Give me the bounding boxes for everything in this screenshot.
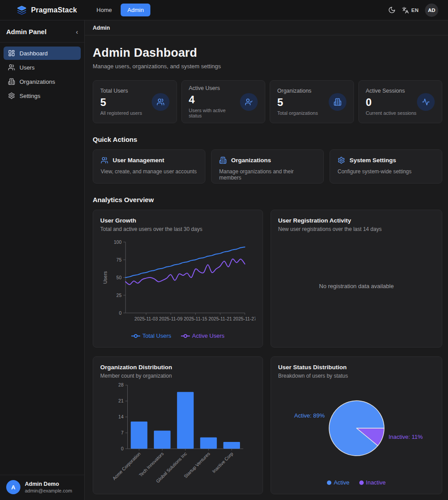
quick-actions-row: User Management View, create, and manage… <box>93 149 442 184</box>
chart-title: User Registration Activity <box>278 217 435 224</box>
sidebar-nav: Dashboard Users Organizations <box>0 43 84 106</box>
stat-description: Users with active status <box>189 108 240 118</box>
svg-text:0: 0 <box>119 310 122 316</box>
empty-message: No registration data available <box>319 283 393 289</box>
user-check-icon <box>240 93 258 111</box>
svg-text:14: 14 <box>118 414 123 419</box>
svg-text:2025-11-27: 2025-11-27 <box>233 316 255 321</box>
quick-action-description: View, create, and manage user accounts <box>101 168 197 175</box>
svg-text:100: 100 <box>114 239 122 245</box>
stats-row: Total Users 5 All registered users Activ… <box>93 80 442 123</box>
theme-toggle-button[interactable] <box>388 6 396 14</box>
stat-value: 5 <box>100 96 142 109</box>
user-growth-card: User Growth Total and active users over … <box>93 210 263 348</box>
stat-label: Active Users <box>189 85 240 91</box>
organization-bar-chart: 07142128Acme CorporationTech InnovatorsG… <box>100 379 255 487</box>
main-content: Admin Admin Dashboard Manage users, orga… <box>85 20 448 500</box>
moon-icon <box>388 6 396 14</box>
nav-link-admin[interactable]: Admin <box>121 4 150 16</box>
registration-activity-card: User Registration Activity New user regi… <box>271 210 442 348</box>
users-icon <box>8 64 15 71</box>
svg-text:0: 0 <box>121 446 123 451</box>
quick-actions-heading: Quick Actions <box>93 136 442 143</box>
brand[interactable]: PragmaStack <box>17 5 77 15</box>
user-status-pie-chart: Active: 89%Inactive: 11% <box>278 379 435 477</box>
chart-subtitle: Total and active users over the last 30 … <box>100 226 255 232</box>
user-avatar[interactable]: AD <box>425 4 438 17</box>
breadcrumb-bar: Admin <box>85 20 448 35</box>
svg-text:50: 50 <box>116 275 122 280</box>
chart-title: Organization Distribution <box>100 364 255 371</box>
stat-card-total-users: Total Users 5 All registered users <box>93 80 177 123</box>
quick-action-user-management[interactable]: User Management View, create, and manage… <box>93 149 205 184</box>
quick-action-system-settings[interactable]: System Settings Configure system-wide se… <box>330 149 442 184</box>
legend-item: Total Users <box>131 332 171 339</box>
quick-action-organizations[interactable]: Organizations Manage organizations and t… <box>211 149 324 184</box>
chart-title: User Status Distribution <box>278 364 435 371</box>
page-subtitle: Manage users, organizations, and system … <box>93 63 442 70</box>
language-button[interactable]: EN <box>402 7 419 14</box>
svg-text:2025-11-15: 2025-11-15 <box>184 316 207 321</box>
quick-action-description: Manage organizations and their members <box>219 168 316 181</box>
stat-description: Current active sessions <box>366 110 417 116</box>
stat-value: 4 <box>189 94 240 106</box>
sidebar-item-organizations[interactable]: Organizations <box>4 75 81 88</box>
line-chart-legend: Total UsersActive Users <box>100 331 255 340</box>
user-status-card: User Status Distribution Breakdown of us… <box>271 356 442 494</box>
stat-label: Active Sessions <box>366 88 417 94</box>
user-email: admin@example.com <box>25 488 72 493</box>
dashboard-icon <box>8 50 15 57</box>
svg-text:Inactive: 11%: Inactive: 11% <box>389 434 423 440</box>
svg-text:25: 25 <box>116 293 122 298</box>
sidebar-collapse-button[interactable]: ‹ <box>76 28 78 35</box>
brand-name: PragmaStack <box>31 6 77 14</box>
sidebar-title: Admin Panel <box>6 28 47 35</box>
stat-card-active-users: Active Users 4 Users with active status <box>181 80 266 123</box>
stat-label: Organizations <box>277 88 318 94</box>
admin-sidebar: Admin Panel ‹ Dashboard Users <box>0 20 85 500</box>
stat-value: 5 <box>277 96 318 109</box>
sidebar-user-card[interactable]: A Admin Demo admin@example.com <box>0 475 84 500</box>
building-icon <box>219 156 227 164</box>
chart-subtitle: New user registrations over the last 14 … <box>278 226 435 232</box>
users-icon <box>101 156 108 164</box>
activity-icon <box>417 93 435 111</box>
svg-text:Acme Corporation: Acme Corporation <box>111 451 141 481</box>
page-title: Admin Dashboard <box>93 46 442 60</box>
svg-text:21: 21 <box>118 398 123 403</box>
breadcrumb[interactable]: Admin <box>93 25 110 31</box>
sidebar-item-settings[interactable]: Settings <box>4 89 81 102</box>
nav-link-home[interactable]: Home <box>92 4 117 16</box>
quick-action-title: System Settings <box>350 157 396 164</box>
analytics-heading: Analytics Overview <box>93 196 442 203</box>
stat-description: Total organizations <box>277 110 318 116</box>
quick-action-title: User Management <box>113 157 164 164</box>
svg-text:Users: Users <box>102 271 108 284</box>
user-initial-avatar: A <box>6 480 20 494</box>
legend-dot <box>327 480 331 485</box>
svg-text:2025-11-03: 2025-11-03 <box>134 316 157 321</box>
svg-text:2025-11-21: 2025-11-21 <box>208 316 232 321</box>
svg-text:2025-11-09: 2025-11-09 <box>159 316 182 321</box>
stat-card-active-sessions: Active Sessions 0 Current active session… <box>358 80 443 123</box>
svg-text:Active: 89%: Active: 89% <box>294 412 325 419</box>
sidebar-item-dashboard[interactable]: Dashboard <box>4 47 81 60</box>
quick-action-description: Configure system-wide settings <box>338 168 434 175</box>
primary-nav: Home Admin <box>92 4 151 16</box>
user-name: Admin Demo <box>25 481 72 487</box>
sidebar-item-label: Users <box>20 64 35 71</box>
svg-text:28: 28 <box>118 383 123 387</box>
stat-value: 0 <box>366 96 417 109</box>
svg-text:Startup Ventures: Startup Ventures <box>183 451 211 479</box>
languages-icon <box>402 7 409 14</box>
pie-chart-legend: ActiveInactive <box>278 477 435 487</box>
charts-grid: User Growth Total and active users over … <box>93 210 442 494</box>
sidebar-item-label: Settings <box>20 93 40 99</box>
settings-icon <box>8 92 15 99</box>
svg-text:75: 75 <box>116 257 122 262</box>
logo-layers-icon <box>17 5 27 15</box>
legend-dot <box>359 480 364 485</box>
sidebar-item-users[interactable]: Users <box>4 61 81 74</box>
sidebar-header: Admin Panel ‹ <box>0 20 84 43</box>
building-icon <box>329 93 346 111</box>
